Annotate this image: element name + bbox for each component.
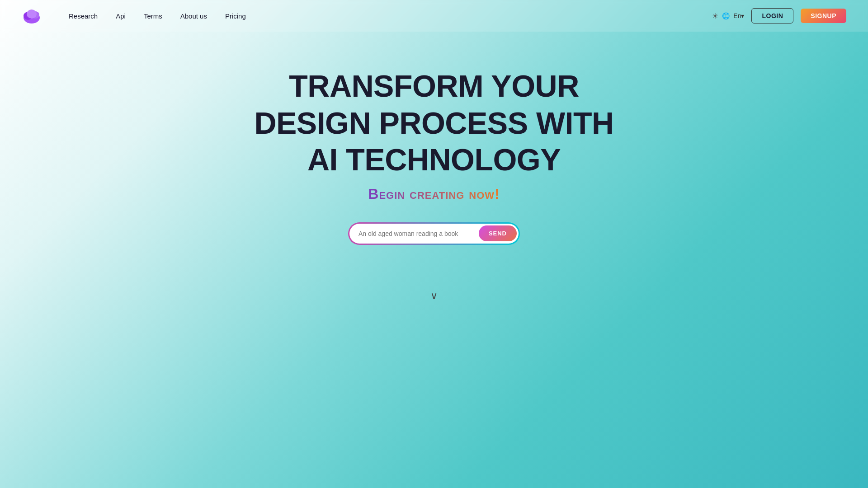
hero-title: Transform your design process with AI te…	[231, 68, 637, 178]
nav-about[interactable]: About us	[180, 12, 207, 20]
hero-section: Transform your design process with AI te…	[0, 32, 868, 302]
language-area: ☀ 🌐 En▾	[712, 12, 744, 20]
language-selector[interactable]: En▾	[733, 12, 744, 19]
scroll-indicator: ∨	[430, 290, 438, 302]
svg-point-3	[27, 9, 37, 19]
search-container: SEND	[348, 222, 520, 245]
nav-terms[interactable]: Terms	[144, 12, 162, 20]
globe-icon: 🌐	[722, 12, 730, 19]
logo-icon	[22, 8, 42, 24]
nav-api[interactable]: Api	[116, 12, 126, 20]
chevron-down-icon[interactable]: ∨	[430, 290, 438, 302]
theme-icon[interactable]: ☀	[712, 12, 718, 20]
search-input-wrapper: SEND	[348, 222, 520, 245]
search-inner: SEND	[349, 224, 519, 244]
nav-right: ☀ 🌐 En▾ LOGIN SIGNUP	[712, 8, 846, 23]
signup-button[interactable]: SIGNUP	[801, 9, 846, 23]
hero-subtitle: Begin creating now!	[368, 186, 500, 202]
send-button[interactable]: SEND	[479, 225, 517, 241]
prompt-input[interactable]	[349, 224, 477, 244]
login-button[interactable]: LOGIN	[751, 8, 793, 23]
nav-links: Research Api Terms About us Pricing	[69, 12, 712, 20]
logo-area	[22, 8, 42, 24]
nav-research[interactable]: Research	[69, 12, 98, 20]
navbar: Research Api Terms About us Pricing ☀ 🌐 …	[0, 0, 868, 32]
nav-pricing[interactable]: Pricing	[225, 12, 246, 20]
